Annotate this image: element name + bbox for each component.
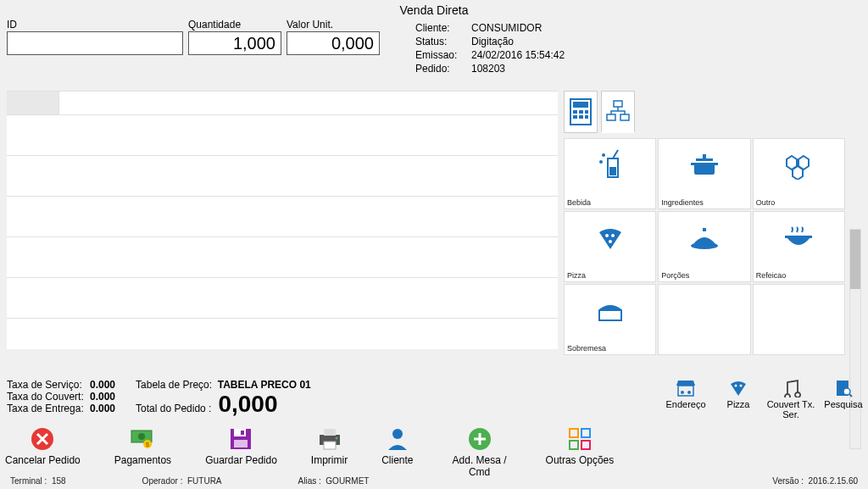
imprimir-label: Imprimir bbox=[311, 454, 348, 466]
svg-rect-7 bbox=[585, 115, 588, 119]
svg-marker-22 bbox=[793, 166, 803, 180]
guardar-button[interactable]: Guardar Pedido bbox=[205, 425, 277, 478]
terminal-label: Terminal : bbox=[10, 476, 47, 486]
qty-input[interactable]: 1,000 bbox=[188, 31, 281, 55]
category-refeicao[interactable]: Refeicao bbox=[753, 211, 845, 282]
item-row[interactable] bbox=[7, 156, 558, 197]
category-label: Sobremesa bbox=[567, 344, 606, 353]
svg-point-51 bbox=[392, 429, 403, 439]
person-icon bbox=[386, 426, 409, 452]
svg-rect-48 bbox=[324, 429, 336, 436]
category-label: Bebida bbox=[567, 198, 591, 207]
svg-text:$: $ bbox=[146, 442, 149, 447]
cake-icon bbox=[594, 298, 626, 324]
cliente-label: Cliente bbox=[381, 454, 413, 466]
category-label: Porções bbox=[661, 271, 689, 280]
category-empty[interactable] bbox=[753, 284, 845, 355]
imprimir-button[interactable]: Imprimir bbox=[311, 425, 348, 478]
outras-label: Outras Opções bbox=[546, 454, 615, 466]
svg-point-24 bbox=[611, 234, 615, 237]
pesquisa-button[interactable]: Pesquisa bbox=[819, 377, 868, 420]
category-ingredientes[interactable]: Ingredientes bbox=[658, 138, 750, 209]
svg-rect-10 bbox=[620, 114, 629, 120]
id-label: ID bbox=[7, 19, 183, 31]
svg-point-36 bbox=[843, 388, 850, 395]
addmesa-label: Add. Mesa / Cmd bbox=[448, 454, 512, 478]
cancel-icon bbox=[30, 426, 55, 452]
item-row[interactable] bbox=[7, 319, 558, 349]
outras-button[interactable]: Outras Opções bbox=[546, 425, 615, 478]
val-input[interactable]: 0,000 bbox=[287, 31, 380, 55]
pagamentos-label: Pagamentos bbox=[114, 454, 171, 466]
category-pizza[interactable]: Pizza bbox=[564, 211, 656, 282]
svg-point-50 bbox=[335, 437, 337, 440]
svg-rect-19 bbox=[703, 154, 706, 158]
svg-rect-3 bbox=[579, 110, 583, 114]
svg-point-23 bbox=[605, 234, 609, 237]
category-label: Ingredientes bbox=[661, 198, 704, 207]
category-empty[interactable] bbox=[658, 284, 750, 355]
emissao-label: Emissao: bbox=[415, 49, 471, 61]
svg-rect-18 bbox=[696, 158, 713, 161]
svg-line-13 bbox=[613, 150, 618, 158]
tree-icon bbox=[605, 99, 631, 125]
alias-label: Alias : bbox=[298, 476, 321, 486]
items-grid[interactable] bbox=[7, 91, 558, 349]
svg-point-32 bbox=[687, 391, 691, 394]
endereco-button[interactable]: Endereço bbox=[661, 377, 710, 420]
apps-icon bbox=[567, 426, 593, 452]
id-input[interactable] bbox=[7, 31, 183, 55]
item-row[interactable] bbox=[7, 278, 558, 319]
music-icon bbox=[781, 379, 801, 397]
addmesa-button[interactable]: Add. Mesa / Cmd bbox=[448, 425, 512, 478]
couvert-button[interactable]: Couvert Tx. Ser. bbox=[766, 377, 815, 420]
pizza-button[interactable]: Pizza bbox=[714, 377, 763, 420]
svg-rect-46 bbox=[234, 440, 248, 447]
endereco-label: Endereço bbox=[661, 399, 710, 409]
cliente-button[interactable]: Cliente bbox=[381, 425, 413, 478]
svg-rect-12 bbox=[609, 167, 616, 175]
category-label: Outro bbox=[756, 198, 776, 207]
svg-point-31 bbox=[681, 391, 684, 394]
svg-rect-6 bbox=[579, 115, 583, 119]
svg-rect-28 bbox=[785, 236, 812, 238]
qty-label: Quantidade bbox=[188, 19, 281, 31]
category-sobremesa[interactable]: Sobremesa bbox=[564, 284, 656, 355]
category-porcoes[interactable]: Porções bbox=[658, 211, 750, 282]
svg-rect-49 bbox=[324, 442, 336, 449]
svg-point-33 bbox=[735, 385, 737, 387]
cancelar-button[interactable]: Cancelar Pedido bbox=[5, 425, 81, 478]
pagamentos-button[interactable]: $ Pagamentos bbox=[114, 425, 171, 478]
svg-rect-56 bbox=[581, 441, 590, 449]
item-row[interactable] bbox=[7, 197, 558, 237]
category-label: Pizza bbox=[567, 271, 586, 280]
alias-value: GOURMET bbox=[326, 476, 369, 486]
tab-calculator[interactable] bbox=[564, 91, 598, 133]
drink-icon bbox=[596, 148, 625, 182]
pedido-label: Pedido: bbox=[415, 63, 471, 75]
svg-rect-55 bbox=[570, 441, 578, 449]
page-title: Venda Direta bbox=[0, 3, 868, 17]
pedido-value: 108203 bbox=[471, 63, 505, 75]
category-outro[interactable]: Outro bbox=[753, 138, 845, 209]
taxa-entrega-label: Taxa de Entrega: bbox=[7, 403, 90, 414]
tab-categories[interactable] bbox=[601, 91, 635, 133]
svg-rect-2 bbox=[573, 110, 577, 114]
category-bebida[interactable]: Bebida bbox=[564, 138, 656, 209]
hex-icon bbox=[782, 151, 815, 180]
cliente-value: CONSUMIDOR bbox=[471, 22, 542, 34]
svg-point-40 bbox=[138, 433, 145, 440]
pizza-label: Pizza bbox=[714, 399, 763, 409]
tabela-value: TABELA PRECO 01 bbox=[218, 379, 311, 391]
taxa-couvert-value: 0.000 bbox=[90, 391, 115, 403]
item-row[interactable] bbox=[7, 237, 558, 278]
emissao-value: 24/02/2016 15:54:42 bbox=[471, 49, 565, 61]
printer-icon bbox=[316, 426, 343, 452]
svg-rect-17 bbox=[691, 163, 718, 165]
tabela-label: Tabela de Preço: bbox=[136, 379, 212, 391]
cliente-label: Cliente: bbox=[415, 22, 471, 34]
status-label: Status: bbox=[415, 36, 471, 47]
calculator-icon bbox=[569, 97, 593, 126]
plus-icon bbox=[467, 426, 492, 452]
item-row[interactable] bbox=[7, 115, 558, 156]
